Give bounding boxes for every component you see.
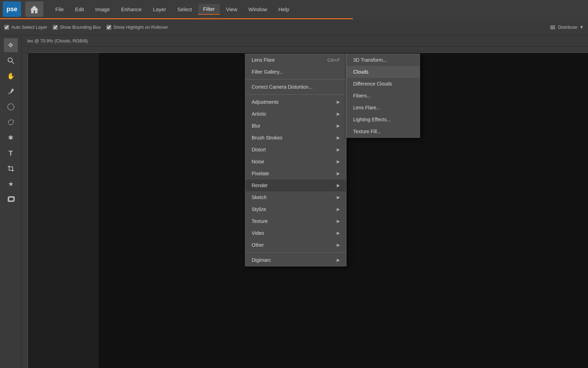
menu-edit[interactable]: Edit	[70, 4, 89, 14]
render-difference-clouds[interactable]: Difference Clouds	[347, 78, 420, 90]
filter-digimarc-arrow: ▶	[337, 258, 340, 263]
filter-other-label: Other	[252, 242, 264, 248]
filter-adjustments[interactable]: Adjustments ▶	[245, 96, 346, 108]
filter-pixelate-label: Pixelate	[252, 171, 269, 176]
menu-select[interactable]: Select	[172, 4, 197, 14]
distribute-arrow-icon: ▼	[579, 25, 584, 30]
filter-brush-strokes-label: Brush Strokes	[252, 135, 282, 141]
filter-blur-label: Blur	[252, 123, 260, 129]
menu-window[interactable]: Window	[244, 4, 272, 14]
filter-adjustments-arrow: ▶	[337, 100, 340, 104]
filter-noise-label: Noise	[252, 159, 264, 164]
svg-line-6	[8, 93, 9, 94]
tool-star[interactable]: ★	[4, 177, 18, 191]
render-clouds-label: Clouds	[353, 69, 369, 75]
filter-digimarc-label: Digimarc	[252, 257, 271, 263]
render-3d-transform[interactable]: 3D Transform...	[347, 54, 420, 66]
filter-gallery[interactable]: Filter Gallery...	[245, 66, 346, 78]
render-clouds[interactable]: Clouds	[347, 66, 420, 78]
tool-text[interactable]: T	[4, 146, 18, 160]
render-3d-transform-label: 3D Transform...	[353, 57, 387, 63]
filter-stylize-arrow: ▶	[337, 207, 340, 212]
sep2	[245, 94, 346, 95]
render-submenu: 3D Transform... Clouds Difference Clouds…	[346, 54, 420, 138]
tool-layer[interactable]	[4, 192, 18, 206]
sep1	[245, 79, 346, 80]
distribute-icon	[550, 24, 556, 30]
filter-lens-flare-top-label: Lens Flare	[252, 57, 275, 63]
filter-sketch-label: Sketch	[252, 195, 267, 200]
ruler-corner	[22, 47, 28, 53]
filter-video-arrow: ▶	[337, 231, 340, 236]
filter-stylize[interactable]: Stylize ▶	[245, 203, 346, 215]
menu-help[interactable]: Help	[273, 4, 294, 14]
filter-artistic[interactable]: Artistic ▶	[245, 108, 346, 120]
filter-sketch-arrow: ▶	[337, 195, 340, 200]
svg-point-7	[8, 104, 14, 110]
svg-rect-3	[550, 28, 555, 29]
filter-digimarc[interactable]: Digimarc ▶	[245, 254, 346, 266]
show-bounding-box-label: Show Bounding Box	[60, 25, 101, 30]
filter-distort-arrow: ▶	[337, 147, 340, 152]
menu-filter[interactable]: Filter	[198, 4, 219, 15]
filter-render-arrow: ▶	[337, 183, 340, 188]
tool-eyedropper[interactable]	[4, 84, 18, 98]
filter-distort[interactable]: Distort ▶	[245, 144, 346, 156]
menu-layer[interactable]: Layer	[148, 4, 171, 14]
tool-hand[interactable]: ✋	[4, 69, 18, 83]
menu-image[interactable]: Image	[90, 4, 115, 14]
filter-other-arrow: ▶	[337, 243, 340, 247]
filter-dropdown: Lens Flare Ctrl+F Filter Gallery... Corr…	[245, 54, 346, 266]
tool-magic-wand[interactable]: ✱	[4, 131, 18, 145]
home-button[interactable]	[25, 1, 43, 17]
tool-marquee-ellipse[interactable]	[4, 100, 18, 114]
filter-stylize-label: Stylize	[252, 206, 266, 212]
filter-video[interactable]: Video ▶	[245, 227, 346, 239]
show-highlight-checkbox[interactable]: Show Highlight on Rollover	[106, 25, 168, 30]
menu-enhance[interactable]: Enhance	[116, 4, 147, 14]
filter-texture[interactable]: Texture ▶	[245, 215, 346, 227]
distribute-control: Distribute ▼	[550, 24, 584, 30]
show-highlight-label: Show Highlight on Rollover	[113, 25, 168, 30]
ruler-vertical	[22, 53, 28, 368]
render-difference-clouds-label: Difference Clouds	[353, 81, 392, 87]
filter-sketch[interactable]: Sketch ▶	[245, 191, 346, 203]
filter-artistic-label: Artistic	[252, 111, 266, 117]
tool-move[interactable]: ✥	[4, 38, 18, 52]
render-fibers-label: Fibers...	[353, 93, 371, 98]
render-lens-flare[interactable]: Lens Flare...	[347, 102, 420, 114]
toolbox: ✥ ✋ ✱ T	[0, 35, 22, 368]
filter-correct-camera[interactable]: Correct Camera Distortion...	[245, 81, 346, 93]
menu-view[interactable]: View	[221, 4, 242, 14]
render-lighting-effects[interactable]: Lighting Effects...	[347, 114, 420, 125]
tool-crop[interactable]	[4, 162, 18, 176]
filter-texture-label: Texture	[252, 218, 268, 224]
svg-line-5	[12, 62, 14, 64]
menu-file[interactable]: File	[50, 4, 69, 14]
distribute-label: Distribute	[558, 25, 577, 30]
tool-zoom[interactable]	[4, 54, 18, 68]
sep3	[245, 252, 346, 253]
menu-bar: pse File Edit Image Enhance Layer Select…	[0, 0, 588, 18]
filter-noise[interactable]: Noise ▶	[245, 156, 346, 168]
canvas-title: les @ 70.9% (Clouds, RGB/8)	[27, 38, 88, 43]
tool-lasso[interactable]	[4, 115, 18, 129]
filter-brush-strokes[interactable]: Brush Strokes ▶	[245, 132, 346, 144]
filter-pixelate[interactable]: Pixelate ▶	[245, 168, 346, 179]
main-area: ✥ ✋ ✱ T	[0, 35, 588, 368]
render-texture-fill[interactable]: Texture Fill...	[347, 125, 420, 137]
show-bounding-box-checkbox[interactable]: Show Bounding Box	[53, 25, 101, 30]
auto-select-layer-label: Auto Select Layer	[11, 25, 47, 30]
auto-select-layer-checkbox[interactable]: Auto Select Layer	[4, 25, 47, 30]
filter-blur-arrow: ▶	[337, 123, 340, 128]
ruler-horizontal	[28, 47, 588, 53]
filter-blur[interactable]: Blur ▶	[245, 120, 346, 132]
render-fibers[interactable]: Fibers...	[347, 90, 420, 102]
filter-other[interactable]: Other ▶	[245, 239, 346, 251]
filter-lens-flare-shortcut: Ctrl+F	[327, 57, 340, 63]
filter-render[interactable]: Render ▶	[245, 179, 346, 191]
render-texture-fill-label: Texture Fill...	[353, 129, 381, 134]
filter-noise-arrow: ▶	[337, 159, 340, 164]
filter-lens-flare-top[interactable]: Lens Flare Ctrl+F	[245, 54, 346, 66]
filter-distort-label: Distort	[252, 147, 266, 152]
